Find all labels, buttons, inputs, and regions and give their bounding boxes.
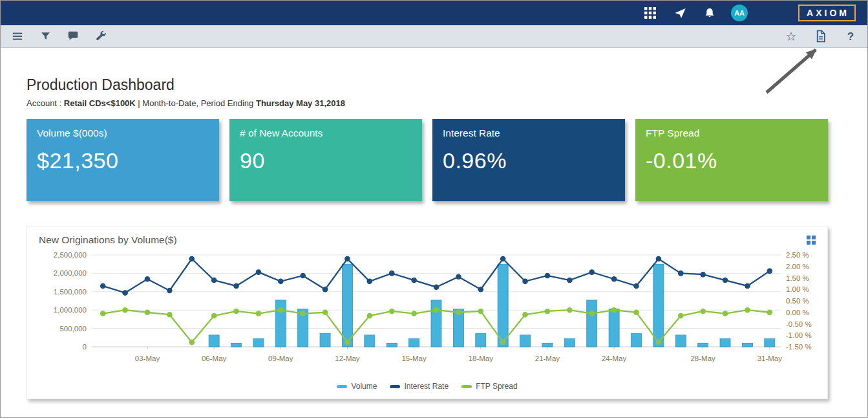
comment-icon[interactable] [65, 28, 81, 44]
svg-text:12-May: 12-May [335, 355, 360, 362]
svg-text:0.50 %: 0.50 % [786, 297, 809, 305]
axiom-logo[interactable]: AXIOM [798, 5, 856, 21]
legend-label: Volume [351, 382, 377, 391]
app-window: AA AXIOM ☆ [0, 0, 868, 418]
page-subtitle: Account : Retail CDs<$100K | Month-to-Da… [26, 98, 842, 108]
subtitle-date: Thursday May 31,2018 [256, 98, 345, 108]
subtitle-prefix: Account : [26, 98, 64, 108]
svg-text:1.50 %: 1.50 % [786, 274, 809, 282]
menu-icon[interactable] [10, 28, 25, 44]
kpi-value: $21,350 [37, 148, 209, 173]
svg-text:28-May: 28-May [690, 355, 715, 362]
legend-item: Volume [337, 382, 377, 391]
kpi-value: 90 [240, 148, 412, 173]
svg-text:21-May: 21-May [535, 355, 560, 362]
svg-text:18-May: 18-May [469, 355, 494, 362]
page-title: Production Dashboard [26, 76, 842, 94]
legend-swatch [337, 385, 347, 388]
subtitle-account: Retail CDs<$100K [64, 98, 136, 108]
legend-swatch [461, 385, 472, 388]
chart-grid-icon[interactable] [807, 236, 816, 245]
kpi-card-volume: Volume $(000s) $21,350 [26, 119, 219, 201]
help-icon[interactable]: ? [843, 28, 858, 44]
legend-swatch [390, 385, 400, 388]
svg-text:15-May: 15-May [401, 355, 427, 362]
svg-text:24-May: 24-May [602, 355, 627, 362]
kpi-label: FTP Spread [646, 127, 818, 139]
svg-text:-0.50 %: -0.50 % [786, 320, 812, 328]
legend-label: FTP Spread [476, 382, 517, 391]
svg-text:2.50 %: 2.50 % [786, 251, 809, 259]
svg-text:-1.50 %: -1.50 % [786, 343, 812, 351]
kpi-label: # of New Accounts [240, 127, 412, 139]
bell-icon[interactable] [701, 5, 718, 21]
svg-text:03-May: 03-May [135, 355, 160, 362]
avatar[interactable]: AA [731, 5, 748, 21]
svg-text:1,000,000: 1,000,000 [54, 306, 87, 314]
svg-text:09-May: 09-May [268, 355, 293, 362]
top-navbar: AA AXIOM [1, 1, 867, 25]
pdf-export-icon[interactable] [813, 28, 829, 44]
kpi-label: Interest Rate [443, 127, 615, 139]
apps-grid-icon[interactable] [642, 5, 659, 21]
kpi-card-ftp-spread: FTP Spread -0.01% [635, 119, 828, 201]
kpi-label: Volume $(000s) [37, 127, 209, 139]
star-icon[interactable]: ☆ [783, 28, 799, 44]
legend-item: Interest Rate [390, 382, 449, 391]
legend-item: FTP Spread [461, 382, 517, 391]
svg-text:500,000: 500,000 [59, 325, 87, 333]
legend-label: Interest Rate [404, 382, 449, 391]
launch-icon[interactable] [672, 5, 688, 21]
svg-text:2,000,000: 2,000,000 [54, 269, 87, 277]
svg-text:1,500,000: 1,500,000 [54, 288, 87, 296]
wrench-icon[interactable] [93, 28, 109, 44]
combo-chart: 0500,0001,000,0001,500,0002,000,0002,500… [39, 246, 817, 378]
svg-text:31-May: 31-May [757, 355, 783, 362]
chart-title: New Originations by Volume($) [39, 234, 177, 246]
svg-text:06-May: 06-May [202, 355, 227, 362]
kpi-card-new-accounts: # of New Accounts 90 [229, 119, 422, 201]
toolbar: ☆ ? [1, 25, 867, 48]
svg-text:2,500,000: 2,500,000 [54, 251, 87, 259]
svg-text:0.00 %: 0.00 % [786, 309, 809, 316]
kpi-card-interest-rate: Interest Rate 0.96% [432, 119, 625, 201]
kpi-row: Volume $(000s) $21,350 # of New Accounts… [26, 119, 828, 201]
svg-text:2.00 %: 2.00 % [786, 263, 809, 270]
kpi-value: -0.01% [646, 148, 818, 173]
chart-card: New Originations by Volume($) 0500,0001,… [26, 226, 828, 399]
filter-icon[interactable] [37, 28, 53, 44]
svg-text:-1.00 %: -1.00 % [786, 331, 812, 339]
main-content: Production Dashboard Account : Retail CD… [1, 76, 867, 399]
subtitle-middle: | Month-to-Date, Period Ending [136, 98, 256, 108]
kpi-value: 0.96% [443, 148, 615, 173]
chart-legend: VolumeInterest RateFTP Spread [39, 382, 816, 393]
svg-text:1.00 %: 1.00 % [786, 285, 809, 293]
svg-text:0: 0 [83, 343, 87, 351]
